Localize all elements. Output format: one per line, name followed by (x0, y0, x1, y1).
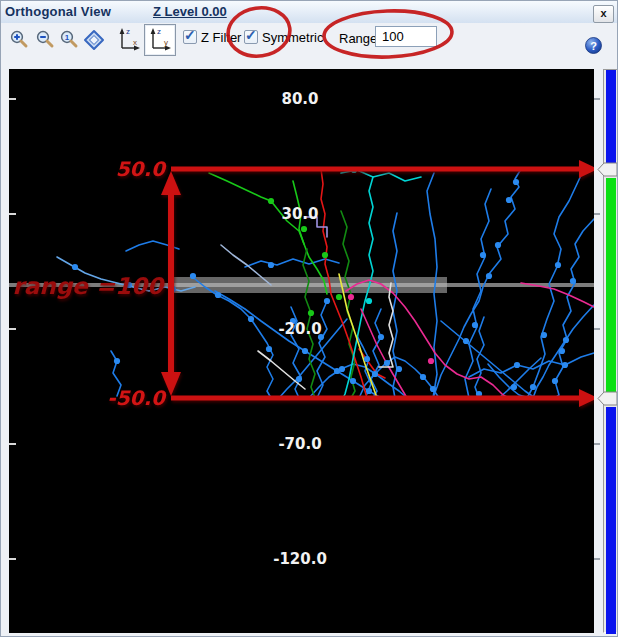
svg-text:1: 1 (65, 33, 70, 42)
close-button[interactable]: x (593, 5, 614, 23)
axis-zx-button[interactable]: z x (113, 24, 143, 54)
axis-label: -120.0 (273, 550, 327, 568)
pan-button[interactable] (83, 29, 105, 51)
zoom-actual-button[interactable]: 1 (59, 29, 81, 51)
lower-range-value: -50.0 (107, 386, 167, 410)
range-label: Range (339, 31, 377, 46)
axis-label: 30.0 (281, 205, 318, 223)
symmetric-label: Symmetric (262, 30, 323, 45)
orthogonal-view-window: Orthogonal View Z Level 0.00 x 1 (0, 0, 618, 637)
zoom-out-button[interactable] (35, 29, 57, 51)
help-button[interactable]: ? (585, 37, 602, 54)
magnifier-minus-icon (35, 29, 57, 51)
axis-label: 80.0 (281, 90, 318, 108)
svg-text:z: z (157, 27, 161, 36)
gutter-tick (594, 98, 600, 100)
neuron-viewport[interactable]: 80.030.0-20.0-70.0-120.050.0-50.0range =… (9, 69, 594, 633)
gutter-tick (594, 328, 600, 330)
gutter-tick (594, 213, 600, 215)
slider-range-segment (606, 407, 616, 634)
svg-text:x: x (133, 38, 137, 47)
z-range-slider[interactable] (603, 69, 618, 633)
slider-range-segment (606, 178, 616, 392)
axis-zy-icon: z y (145, 39, 173, 56)
upper-range-value: 50.0 (116, 157, 167, 181)
magnifier-one-icon: 1 (59, 29, 81, 51)
axis-label: -70.0 (278, 435, 321, 453)
svg-text:y: y (164, 38, 168, 47)
slider-gutter (594, 69, 603, 633)
svg-text:z: z (126, 27, 130, 36)
titlebar[interactable]: Orthogonal View Z Level 0.00 x (1, 1, 617, 24)
axis-label: -20.0 (278, 320, 321, 338)
gutter-tick (594, 443, 600, 445)
window-title: Orthogonal View (5, 4, 111, 19)
gutter-tick (594, 558, 600, 560)
slider-range-segment (606, 70, 616, 163)
compass-icon (83, 29, 105, 51)
slider-handle-lower[interactable] (597, 391, 618, 406)
range-input[interactable] (375, 26, 437, 47)
z-level-title: Z Level 0.00 (153, 4, 227, 19)
toolbar: 1 z x z y (1, 23, 617, 67)
check-icon: ✓ (245, 27, 257, 43)
slider-handle-upper[interactable] (597, 162, 618, 177)
magnifier-plus-icon (9, 29, 31, 51)
axis-zy-button[interactable]: z y (144, 24, 176, 56)
neuron-scene: 80.030.0-20.0-70.0-120.050.0-50.0range =… (9, 69, 594, 633)
z-filter-label: Z Filter (201, 30, 241, 45)
check-icon: ✓ (184, 27, 196, 43)
question-icon: ? (590, 40, 597, 52)
z-filter-checkbox[interactable]: ✓ (183, 30, 197, 44)
range-annotation-text: range =100 (12, 273, 166, 299)
symmetric-checkbox[interactable]: ✓ (244, 30, 258, 44)
zoom-in-button[interactable] (9, 29, 31, 51)
axis-zx-icon: z x (113, 40, 143, 57)
